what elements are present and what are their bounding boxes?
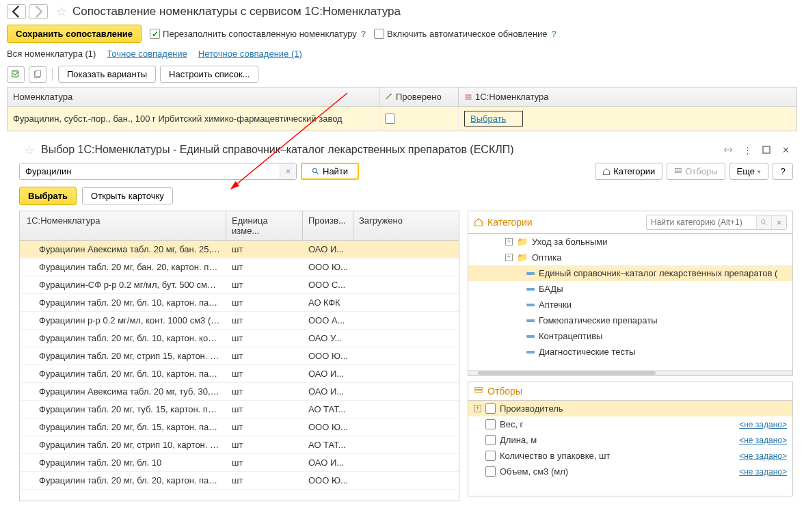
list-item[interactable]: Фурацилин табл. 20 мг, бан. 20, картон. … [20, 258, 459, 276]
filter-checkbox[interactable] [485, 451, 496, 461]
filter-checkbox[interactable] [485, 419, 496, 429]
refill-checkbox[interactable] [150, 29, 160, 39]
list-item[interactable]: Фурацилин Авексима табл. 20 мг, бан. 25,… [20, 241, 459, 258]
list-item[interactable]: Фурацилин табл. 20 мг, стрип 10, картон.… [20, 436, 459, 454]
list-item[interactable]: Фурацилин табл. 20 мг, туб. 15, картон. … [20, 401, 459, 418]
home-icon [474, 217, 483, 227]
svg-rect-6 [763, 146, 770, 153]
svg-rect-4 [466, 96, 472, 98]
filter-exact-link[interactable]: Точное совпадение [107, 49, 187, 59]
filter-item[interactable]: Количество в упаковке, шт<не задано> [468, 448, 792, 464]
filter-fuzzy-link[interactable]: Неточное совпадение (1) [198, 49, 302, 59]
filter-checkbox[interactable] [485, 403, 496, 414]
categories-title: Категории [487, 217, 533, 228]
list-item[interactable]: Фурацилин табл. 20 мг, бл. 10, картон. к… [20, 330, 459, 347]
filter-value-link[interactable]: <не задано> [739, 451, 787, 461]
maximize-icon[interactable] [759, 142, 774, 157]
more-button[interactable]: Еще ▾ [729, 163, 768, 180]
search-clear-button[interactable]: × [280, 163, 296, 179]
category-search-button[interactable] [756, 215, 771, 229]
pick-button[interactable]: Выбрать [19, 187, 77, 205]
filter-item[interactable]: +Производитель [468, 401, 792, 416]
category-item[interactable]: Диагностические тесты [468, 344, 792, 360]
help-button[interactable]: ? [773, 163, 793, 180]
show-variants-button[interactable]: Показать варианты [58, 66, 156, 83]
copy-button[interactable] [29, 66, 46, 83]
filter-all[interactable]: Вся номенклатура (1) [7, 49, 96, 59]
list-item[interactable]: Фурацилин Авексима табл. 20 мг, туб. 30,… [20, 383, 459, 401]
svg-rect-2 [36, 70, 40, 76]
filter-item[interactable]: Объем, см3 (мл)<не задано> [468, 464, 792, 479]
list-item[interactable]: Фурацилин-СФ р-р 0.2 мг/мл, бут. 500 см3… [20, 276, 459, 294]
help-icon[interactable]: ? [361, 29, 366, 39]
favorite-star-icon[interactable]: ☆ [56, 4, 67, 19]
divider [52, 68, 53, 81]
help-icon[interactable]: ? [552, 29, 557, 39]
svg-rect-8 [675, 168, 682, 170]
table-row[interactable]: Фурацилин, субст.-пор., бан., 100 г Ирби… [8, 107, 796, 131]
row-select-link[interactable]: Выбрать [464, 111, 523, 127]
svg-point-10 [761, 220, 765, 224]
category-search-clear[interactable]: × [771, 215, 786, 229]
filter-checkbox[interactable] [485, 466, 496, 477]
svg-rect-9 [675, 171, 682, 172]
refresh-green-button[interactable] [7, 66, 25, 83]
category-item[interactable]: +📁Оптика [468, 250, 792, 265]
svg-rect-11 [475, 388, 483, 390]
auto-update-checkbox[interactable] [374, 29, 384, 39]
close-icon[interactable]: ✕ [778, 142, 793, 157]
filter-value-link[interactable]: <не задано> [739, 420, 787, 429]
filter-item[interactable]: Длина, м<не задано> [468, 432, 792, 448]
filters-title: Отборы [487, 386, 522, 397]
category-item[interactable]: Гомеопатические препараты [468, 312, 792, 328]
list-item[interactable]: Фурацилин табл. 20 мг, бл. 10, картон. п… [20, 294, 459, 312]
filter-item[interactable]: Вес, г<не задано> [468, 416, 792, 432]
grid-col-mfr[interactable]: Произв... [303, 211, 353, 240]
filters-button[interactable]: Отборы [667, 163, 725, 180]
categories-button[interactable]: Категории [595, 163, 662, 180]
category-item[interactable]: Аптечки [468, 297, 792, 312]
dialog-title: Выбор 1С:Номенклатуры - Единый справочни… [41, 144, 716, 156]
category-search-input[interactable] [647, 215, 756, 229]
list-item[interactable]: Фурацилин табл. 20 мг, бл. 10, картон. п… [20, 365, 459, 383]
grid-col-1c[interactable]: 1С:Номенклатура [20, 211, 226, 240]
nav-back-button[interactable] [7, 4, 26, 19]
list-item[interactable]: Фурацилин р-р 0.2 мг/мл, конт. 1000 см3 … [20, 312, 459, 330]
search-input[interactable] [20, 163, 280, 179]
category-item[interactable]: БАДы [468, 281, 792, 297]
col-1c-nomen[interactable]: 1С:Номенклатура [459, 88, 796, 106]
open-card-button[interactable]: Открыть карточку [82, 187, 173, 204]
save-matching-button[interactable]: Сохранить сопоставление [7, 25, 142, 43]
filter-value-link[interactable]: <не задано> [739, 467, 787, 477]
svg-rect-5 [466, 98, 472, 100]
category-item[interactable]: Единый справочник–каталог лекарственных … [468, 265, 792, 281]
configure-list-button[interactable]: Настроить список... [160, 66, 258, 83]
page-title: Сопоставление номенклатуры с сервисом 1С… [72, 5, 401, 18]
col-nomenclature[interactable]: Номенклатура [8, 88, 379, 106]
list-item[interactable]: Фурацилин табл. 20 мг, бл. 20, картон. п… [20, 472, 459, 490]
link-icon[interactable] [721, 142, 736, 157]
list-item[interactable]: Фурацилин табл. 20 мг, бл. 15, картон. п… [20, 418, 459, 436]
row-nomen-name: Фурацилин, субст.-пор., бан., 100 г Ирби… [8, 107, 379, 131]
dialog-star-icon[interactable]: ☆ [25, 144, 34, 157]
filter-value-link[interactable]: <не задано> [739, 436, 787, 445]
list-item[interactable]: Фурацилин табл. 20 мг, бл. 10штОАО И... [20, 454, 459, 472]
h-scrollbar[interactable] [468, 370, 792, 375]
filter-icon [474, 386, 483, 396]
find-button[interactable]: Найти [301, 163, 359, 180]
grid-col-loaded[interactable]: Загружено [353, 211, 459, 240]
category-item[interactable]: Контрацептивы [468, 328, 792, 344]
nav-forward-button[interactable] [29, 4, 48, 19]
category-item[interactable]: +📁Уход за больными [468, 234, 792, 250]
svg-point-7 [313, 168, 317, 172]
refill-label: Перезаполнить сопоставленную номенклатур… [163, 29, 357, 39]
filter-checkbox[interactable] [485, 435, 496, 445]
grid-col-unit[interactable]: Единица изме... [226, 211, 303, 240]
svg-rect-3 [466, 94, 472, 96]
svg-rect-12 [475, 390, 483, 393]
row-checked-checkbox[interactable] [385, 114, 395, 124]
list-item[interactable]: Фурацилин табл. 20 мг, стрип 15, картон.… [20, 347, 459, 365]
auto-update-label: Включить автоматическое обновление [387, 29, 548, 39]
kebab-icon[interactable]: ⋮ [740, 142, 755, 157]
col-checked[interactable]: Проверено [379, 88, 459, 106]
